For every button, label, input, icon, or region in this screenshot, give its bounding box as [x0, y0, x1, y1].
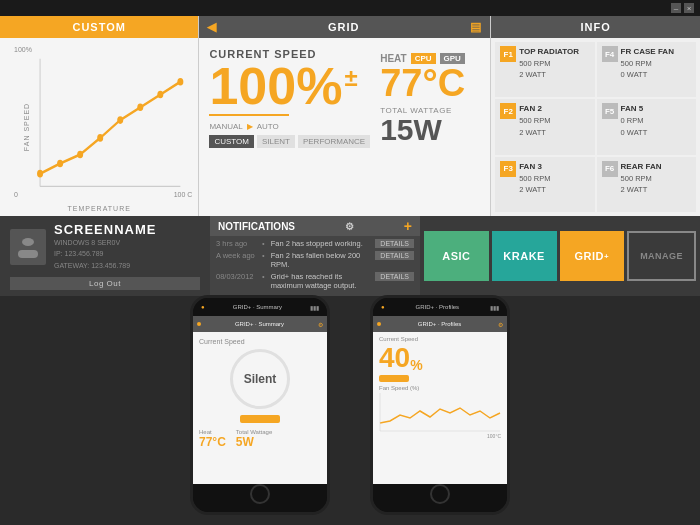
- bottom-section: ● GRID+ · Summary ▮▮▮ GRID+ · Summary ⚙ …: [0, 296, 700, 525]
- phone2-screen: GRID+ · Profiles ⚙ Current Speed 40 % Fa…: [373, 316, 507, 484]
- svg-point-7: [137, 103, 143, 111]
- phone1-mode-text: Silent: [244, 372, 277, 386]
- profile-info: SCREENNAME WINDOWS 8 SER0V IP: 123.456.7…: [54, 222, 156, 271]
- chart-x-max: 100 C: [174, 191, 193, 198]
- phone1-header-dot: [197, 322, 201, 326]
- phone2-dot: ●: [381, 304, 385, 310]
- svg-rect-11: [18, 250, 38, 258]
- fan-badge-f4: F4: [602, 46, 618, 62]
- screen-name: SCREENNAME: [54, 222, 156, 237]
- custom-panel-header: CUSTOM: [0, 16, 198, 38]
- phone2-header-dot: [377, 322, 381, 326]
- notifications-list: 3 hrs ago • Fan 2 has stopped working. D…: [210, 236, 420, 296]
- phone2-speed-display: 40 %: [379, 344, 501, 372]
- grid-settings-icon[interactable]: ▤: [470, 20, 482, 34]
- phone1-stats: Heat 77°C Total Wattage 5W: [199, 429, 272, 449]
- notif-details-btn-2[interactable]: DETAILS: [375, 251, 414, 260]
- phone1-battery: ▮▮▮: [310, 304, 319, 311]
- speed-value-display: 100% ±: [209, 60, 370, 112]
- phone2-mode-btn-row: [379, 375, 501, 382]
- close-button[interactable]: ×: [684, 3, 694, 13]
- phone1-orange-btn[interactable]: [240, 415, 280, 423]
- phone1-content: Current Speed Silent Heat 77°C Total Wat…: [193, 332, 327, 484]
- fan-details-f2: FAN 2 500 RPM 2 WATT: [519, 103, 550, 138]
- info-fan-f1: F1 TOP RADIATOR 500 RPM 2 WATT: [495, 42, 594, 97]
- custom-panel-title: CUSTOM: [72, 21, 125, 33]
- notif-text-2: Fan 2 has fallen below 200 RPM.: [271, 251, 370, 269]
- middle-section: SCREENNAME WINDOWS 8 SER0V IP: 123.456.7…: [0, 216, 700, 296]
- info-fan-f6: F6 REAR FAN 500 RPM 2 WATT: [597, 157, 696, 212]
- chart-x-label: TEMPERATURE: [68, 205, 131, 212]
- phone2-battery: ▮▮▮: [490, 304, 499, 311]
- info-body: F1 TOP RADIATOR 500 RPM 2 WATT F4 FR CAS…: [491, 38, 700, 216]
- tabs-section: ASIC KRAKE GRID+ MANAGE: [420, 216, 700, 296]
- profile-row: SCREENNAME WINDOWS 8 SER0V IP: 123.456.7…: [10, 222, 200, 271]
- fan-details-f6: REAR FAN 500 RPM 2 WATT: [621, 161, 662, 196]
- phone2-speed-unit: %: [410, 358, 422, 372]
- phone1-title: GRID+ · Summary: [233, 304, 282, 310]
- fan-details-f1: TOP RADIATOR 500 RPM 2 WATT: [519, 46, 579, 81]
- tab-krake-button[interactable]: KRAKE: [492, 231, 557, 281]
- svg-point-4: [77, 151, 83, 159]
- mode-custom-button[interactable]: CUSTOM: [209, 135, 254, 148]
- speed-pm: ±: [344, 66, 357, 90]
- phone2-title: GRID+ · Profiles: [416, 304, 460, 310]
- profile-section: SCREENNAME WINDOWS 8 SER0V IP: 123.456.7…: [0, 216, 210, 296]
- mode-silent-button[interactable]: SILENT: [257, 135, 295, 148]
- profile-gateway: GATEWAY: 123.456.789: [54, 260, 156, 271]
- notif-details-btn-1[interactable]: DETAILS: [375, 239, 414, 248]
- tab-manage-button[interactable]: MANAGE: [627, 231, 696, 281]
- grid-left: CURRENT SPEED 100% ± MANUAL ▶ AUTO CUSTO…: [209, 48, 370, 206]
- custom-panel: CUSTOM FAN SPEED 100% 0 100 C TEMPERATUR…: [0, 16, 199, 216]
- notif-item-3: 08/03/2012 • Grid+ has reached its maxim…: [216, 272, 414, 290]
- notifications-header: NOTIFICATIONS ⚙ +: [210, 216, 420, 236]
- info-panel-header: INFO: [491, 16, 700, 38]
- profile-os: WINDOWS 8 SER0V: [54, 237, 156, 248]
- chart-area: FAN SPEED 100% 0 100 C TEMPERATURE: [0, 38, 198, 216]
- phone-summary: ● GRID+ · Summary ▮▮▮ GRID+ · Summary ⚙ …: [190, 295, 330, 515]
- notifications-section: NOTIFICATIONS ⚙ + 3 hrs ago • Fan 2 has …: [210, 216, 420, 296]
- phone2-status-bar: ● GRID+ · Profiles ▮▮▮: [373, 298, 507, 316]
- notif-details-btn-3[interactable]: DETAILS: [375, 272, 414, 281]
- window-title-bar: – ×: [0, 0, 700, 16]
- notif-item-1: 3 hrs ago • Fan 2 has stopped working. D…: [216, 239, 414, 248]
- phone2-speed-value: 40: [379, 344, 410, 372]
- phone1-header: GRID+ · Summary ⚙: [193, 316, 327, 332]
- tab-asic-button[interactable]: ASIC: [424, 231, 489, 281]
- notifications-add-icon[interactable]: +: [404, 218, 412, 234]
- phone1-header-title: GRID+ · Summary: [235, 321, 284, 327]
- info-fan-f3: F3 FAN 3 500 RPM 2 WATT: [495, 157, 594, 212]
- svg-point-3: [57, 160, 63, 168]
- grid-left-arrow[interactable]: ◀: [207, 20, 217, 34]
- avatar: [10, 229, 46, 265]
- phone1-wattage-col: Total Wattage 5W: [236, 429, 272, 449]
- phone2-orange-btn[interactable]: [379, 375, 409, 382]
- phone2-x-labels: 100°C: [379, 433, 501, 439]
- grid-panel: ◀ GRID ▤ CURRENT SPEED 100% ± MANUAL ▶ A…: [199, 16, 491, 216]
- grid-panel-title: GRID: [328, 21, 360, 33]
- phone1-header-icon: ⚙: [318, 321, 323, 328]
- phone1-bottom: [193, 484, 327, 512]
- mode-performance-button[interactable]: PERFORMANCE: [298, 135, 370, 148]
- minimize-button[interactable]: –: [671, 3, 681, 13]
- phone2-home-button[interactable]: [430, 484, 450, 504]
- fan-badge-f1: F1: [500, 46, 516, 62]
- fan-badge-f6: F6: [602, 161, 618, 177]
- notifications-settings-icon[interactable]: ⚙: [345, 221, 354, 232]
- phone1-home-button[interactable]: [250, 484, 270, 504]
- phone1-status-bar: ● GRID+ · Summary ▮▮▮: [193, 298, 327, 316]
- auto-label: AUTO: [257, 122, 279, 131]
- info-fan-f5: F5 FAN 5 0 RPM 0 WATT: [597, 99, 696, 154]
- phone2-content: Current Speed 40 % Fan Speed (%) 100°C: [373, 332, 507, 484]
- info-panel: INFO F1 TOP RADIATOR 500 RPM 2 WATT F4 F…: [491, 16, 700, 216]
- logout-button[interactable]: Log Out: [10, 277, 200, 290]
- svg-point-9: [177, 78, 183, 86]
- notif-text-1: Fan 2 has stopped working.: [271, 239, 370, 248]
- tab-grid-button[interactable]: GRID+: [560, 231, 625, 281]
- svg-point-6: [117, 116, 123, 124]
- fan-badge-f3: F3: [500, 161, 516, 177]
- notifications-title: NOTIFICATIONS: [218, 221, 295, 232]
- speed-number: 100%: [209, 60, 342, 112]
- notif-text-3: Grid+ has reached its maximum wattage ou…: [271, 272, 370, 290]
- heat-value: 77°C: [380, 64, 480, 102]
